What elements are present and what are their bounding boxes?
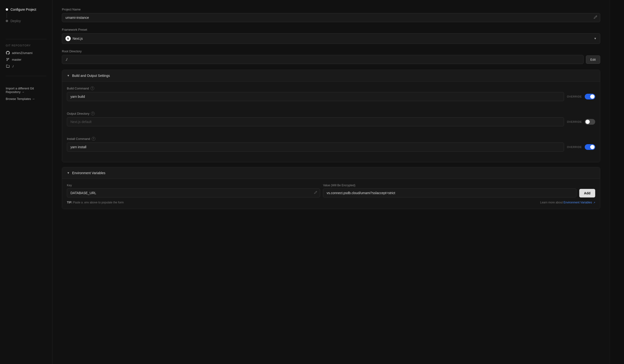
env-variables-title: Environment Variables — [72, 171, 105, 175]
git-directory: ./ — [12, 64, 14, 68]
main-content: Project Name Framework Preset N — [52, 0, 610, 364]
install-command-toggle-knob — [590, 145, 595, 149]
learn-more-row: Learn more about Environment Variables ↗ — [540, 201, 595, 204]
sidebar-divider-2 — [6, 76, 46, 76]
framework-preset-label: Framework Preset — [62, 28, 600, 31]
step-label-configure: Configure Project — [10, 8, 36, 11]
output-directory-override-toggle[interactable] — [585, 119, 595, 125]
build-output-section: ▼ Build and Output Settings Build Comman… — [62, 70, 600, 162]
git-section-label: GIT REPOSITORY — [6, 44, 46, 47]
build-command-group: Build Command ? OVERRIDE — [67, 86, 595, 101]
env-fields-row: Key Value (Will Be Encrypted) — [67, 184, 595, 197]
build-command-toggle-knob — [590, 94, 595, 99]
project-name-group: Project Name — [62, 8, 600, 22]
sidebar-steps: Configure Project Deploy — [6, 8, 46, 27]
framework-preset-select[interactable]: N Next.js ▼ — [62, 33, 600, 44]
step-configure-project: Configure Project — [6, 8, 46, 11]
project-name-input[interactable] — [62, 13, 600, 22]
install-command-override-toggle[interactable] — [585, 144, 595, 150]
step-dot-configure — [6, 8, 8, 11]
env-value-col: Value (Will Be Encrypted) — [323, 184, 576, 197]
sidebar: Configure Project Deploy GIT REPOSITORY … — [0, 0, 52, 364]
env-variables-header[interactable]: ▼ Environment Variables — [62, 167, 600, 179]
project-name-input-wrapper — [62, 13, 600, 22]
install-command-override-label: OVERRIDE — [567, 146, 582, 149]
build-command-help-icon[interactable]: ? — [90, 86, 94, 90]
env-variables-section: ▼ Environment Variables Key — [62, 167, 600, 209]
git-info: adrienZ/umami master ./ — [6, 51, 46, 68]
install-command-label: Install Command ? — [67, 137, 595, 141]
output-directory-input[interactable] — [67, 117, 564, 126]
step-deploy: Deploy — [6, 19, 46, 23]
env-key-edit-icon — [314, 191, 317, 195]
install-command-help-icon[interactable]: ? — [92, 137, 95, 141]
env-key-col-label: Key — [67, 184, 320, 187]
env-variables-chevron: ▼ — [67, 171, 70, 175]
nextjs-icon-badge: N — [65, 36, 71, 41]
step-connector — [7, 12, 7, 18]
step-label-deploy: Deploy — [10, 19, 21, 23]
env-variables-body: Key Value (Will Be Encrypted) — [62, 179, 600, 209]
learn-more-text: Learn more about — [540, 201, 563, 204]
build-output-chevron: ▼ — [67, 74, 70, 77]
git-directory-row: ./ — [6, 64, 46, 68]
step-dot-deploy — [6, 20, 8, 22]
env-tip-row: TIP: Paste a .env above to populate the … — [67, 201, 595, 204]
root-directory-group: Root Directory Edit — [62, 50, 600, 64]
install-command-input[interactable] — [67, 143, 564, 152]
env-key-input[interactable] — [67, 188, 320, 197]
output-directory-group: Output Directory ? OVERRIDE — [67, 112, 595, 126]
build-command-input[interactable] — [67, 92, 564, 101]
git-branch-row: master — [6, 57, 46, 62]
env-value-col-label: Value (Will Be Encrypted) — [323, 184, 576, 187]
build-command-override-toggle[interactable] — [585, 94, 595, 100]
framework-preset-value: Next.js — [73, 37, 83, 40]
branch-icon — [6, 57, 10, 62]
sidebar-divider-1 — [6, 39, 46, 39]
env-tip-text: TIP: Paste a .env above to populate the … — [67, 201, 124, 204]
project-name-label: Project Name — [62, 8, 600, 11]
import-git-link[interactable]: Import a different Git Repository → — [6, 87, 46, 94]
project-name-edit-icon — [594, 15, 597, 20]
build-command-override-row: OVERRIDE — [67, 92, 595, 101]
build-output-title: Build and Output Settings — [72, 74, 110, 78]
env-key-col: Key — [67, 184, 320, 197]
root-directory-label: Root Directory — [62, 50, 600, 53]
output-directory-label: Output Directory ? — [67, 112, 595, 115]
browse-templates-link[interactable]: Browse Templates → — [6, 97, 46, 101]
tip-description: Paste a .env above to populate the form — [73, 201, 124, 204]
git-repo-name: adrienZ/umami — [12, 51, 33, 55]
tip-bold-label: TIP: — [67, 201, 72, 204]
github-icon — [6, 51, 10, 55]
build-command-label: Build Command ? — [67, 86, 595, 90]
env-key-input-wrapper — [67, 188, 320, 197]
root-directory-input[interactable] — [62, 55, 584, 64]
install-command-override-row: OVERRIDE — [67, 143, 595, 152]
build-command-override-label: OVERRIDE — [567, 95, 582, 98]
build-output-body: Build Command ? OVERRIDE Output Direct — [62, 81, 600, 162]
sidebar-links: Import a different Git Repository → Brow… — [6, 87, 46, 101]
git-branch-name: master — [12, 58, 21, 61]
output-directory-override-label: OVERRIDE — [567, 120, 582, 123]
right-edge — [610, 0, 624, 364]
framework-preset-select-left: N Next.js — [65, 36, 83, 41]
install-command-group: Install Command ? OVERRIDE — [67, 137, 595, 152]
env-value-input[interactable] — [323, 188, 576, 197]
root-directory-edit-button[interactable]: Edit — [586, 55, 600, 64]
external-link-icon: ↗ — [593, 201, 595, 204]
output-directory-help-icon[interactable]: ? — [91, 112, 95, 115]
env-variables-link[interactable]: Environment Variables ↗ — [564, 201, 595, 204]
framework-preset-group: Framework Preset N Next.js ▼ — [62, 28, 600, 44]
root-directory-row: Edit — [62, 55, 600, 64]
output-directory-override-row: OVERRIDE — [67, 117, 595, 126]
output-directory-toggle-knob — [585, 120, 590, 124]
git-repo-row: adrienZ/umami — [6, 51, 46, 55]
env-add-button[interactable]: Add — [579, 189, 595, 197]
build-output-header[interactable]: ▼ Build and Output Settings — [62, 70, 600, 81]
framework-preset-chevron: ▼ — [594, 37, 597, 40]
folder-icon — [6, 64, 10, 68]
